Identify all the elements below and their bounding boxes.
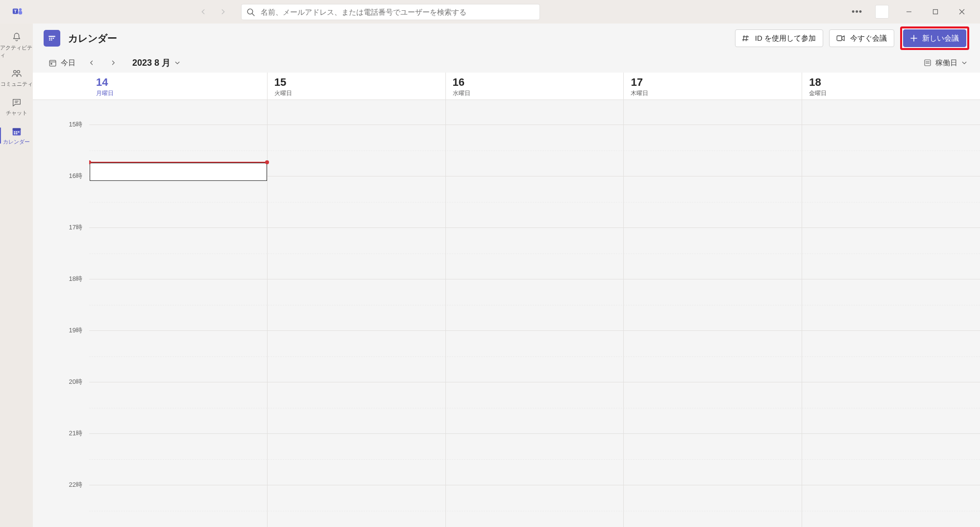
teams-logo-icon: T bbox=[12, 6, 24, 18]
svg-rect-3 bbox=[19, 11, 22, 14]
rail-activity[interactable]: アクティビティ bbox=[0, 28, 33, 62]
svg-rect-17 bbox=[16, 131, 17, 132]
next-week-button[interactable] bbox=[105, 55, 122, 71]
people-icon bbox=[11, 68, 23, 79]
days-body bbox=[89, 100, 980, 527]
toolbar-left: 今日 2023 8 月 bbox=[46, 55, 180, 71]
search-box[interactable] bbox=[241, 4, 540, 20]
time-label: 20時 bbox=[69, 377, 82, 386]
rail-calendar[interactable]: カレンダー bbox=[0, 123, 33, 149]
day-column[interactable] bbox=[802, 100, 980, 527]
svg-rect-27 bbox=[51, 40, 52, 41]
titlebar: T ••• bbox=[0, 0, 980, 24]
day-name: 金曜日 bbox=[809, 89, 973, 98]
svg-rect-16 bbox=[14, 131, 15, 132]
time-label: 16時 bbox=[69, 172, 82, 180]
svg-rect-34 bbox=[925, 60, 931, 66]
svg-rect-15 bbox=[12, 128, 21, 130]
new-meeting-button[interactable]: 新しい会議 bbox=[903, 29, 966, 47]
time-label: 22時 bbox=[69, 480, 82, 489]
day-header[interactable]: 16水曜日 bbox=[445, 73, 624, 100]
day-column[interactable] bbox=[623, 100, 802, 527]
day-number: 18 bbox=[809, 76, 973, 88]
search-area bbox=[241, 4, 540, 20]
time-col-spacer bbox=[33, 73, 89, 100]
view-mode-label: 稼働日 bbox=[935, 58, 957, 68]
svg-rect-19 bbox=[14, 133, 15, 134]
calendar-header: カレンダー ID を使用して参加 今すぐ会議 新しい会議 bbox=[33, 24, 980, 53]
search-input[interactable] bbox=[261, 8, 535, 16]
window-close-button[interactable] bbox=[951, 4, 973, 20]
day-number: 15 bbox=[274, 76, 439, 88]
day-header[interactable]: 18金曜日 bbox=[802, 73, 980, 100]
history-back-button[interactable] bbox=[195, 3, 212, 20]
day-header[interactable]: 15火曜日 bbox=[267, 73, 445, 100]
history-forward-button[interactable] bbox=[215, 3, 231, 20]
plus-icon bbox=[910, 35, 917, 42]
svg-point-10 bbox=[13, 71, 16, 74]
day-number: 14 bbox=[96, 76, 260, 88]
day-name: 月曜日 bbox=[96, 89, 260, 98]
chevron-down-icon bbox=[174, 60, 180, 66]
time-column: 15時16時17時18時19時20時21時22時 bbox=[33, 73, 89, 527]
prev-week-button[interactable] bbox=[83, 55, 100, 71]
svg-point-4 bbox=[247, 9, 253, 14]
day-column[interactable] bbox=[445, 100, 624, 527]
rail-communities[interactable]: コミュニティ bbox=[0, 65, 33, 91]
svg-point-2 bbox=[19, 8, 22, 11]
calendar-grid: 15時16時17時18時19時20時21時22時 14月曜日15火曜日16水曜日… bbox=[33, 73, 980, 527]
rail-chat[interactable]: チャット bbox=[0, 94, 33, 120]
svg-rect-33 bbox=[50, 63, 52, 64]
svg-line-5 bbox=[252, 13, 254, 15]
svg-rect-28 bbox=[837, 36, 842, 41]
grid-cols bbox=[89, 100, 980, 527]
join-with-id-button[interactable]: ID を使用して参加 bbox=[735, 29, 823, 47]
today-label: 今日 bbox=[61, 58, 75, 68]
window-minimize-button[interactable] bbox=[898, 4, 920, 20]
avatar[interactable] bbox=[875, 5, 889, 19]
svg-rect-25 bbox=[53, 38, 54, 39]
month-selector[interactable]: 2023 8 月 bbox=[132, 57, 180, 69]
join-with-id-label: ID を使用して参加 bbox=[755, 34, 816, 43]
chat-icon bbox=[11, 97, 23, 108]
today-button[interactable]: 今日 bbox=[46, 56, 78, 70]
main-area: カレンダー ID を使用して参加 今すぐ会議 新しい会議 bbox=[33, 24, 980, 527]
history-nav bbox=[30, 3, 231, 20]
days-column: 14月曜日15火曜日16水曜日17木曜日18金曜日 bbox=[89, 73, 980, 527]
day-column[interactable] bbox=[89, 100, 267, 527]
svg-rect-20 bbox=[16, 133, 17, 134]
current-time-indicator bbox=[89, 162, 267, 163]
time-label: 21時 bbox=[69, 429, 82, 438]
today-icon bbox=[49, 59, 57, 67]
video-icon bbox=[836, 34, 845, 42]
selected-time-slot[interactable] bbox=[90, 163, 267, 181]
svg-rect-23 bbox=[49, 38, 50, 39]
app-logo-area: T bbox=[5, 6, 30, 18]
svg-rect-7 bbox=[933, 10, 938, 14]
hash-icon bbox=[742, 34, 750, 42]
day-header[interactable]: 17木曜日 bbox=[623, 73, 802, 100]
more-icon[interactable]: ••• bbox=[848, 4, 866, 20]
svg-rect-31 bbox=[49, 60, 56, 66]
svg-rect-26 bbox=[49, 40, 50, 41]
calendar-toolbar: 今日 2023 8 月 稼働日 bbox=[33, 53, 980, 73]
day-name: 木曜日 bbox=[631, 89, 795, 98]
day-header[interactable]: 14月曜日 bbox=[89, 73, 267, 100]
meet-now-button[interactable]: 今すぐ会議 bbox=[829, 29, 894, 47]
list-icon bbox=[924, 59, 931, 67]
rail-label: コミュニティ bbox=[0, 80, 33, 88]
time-label: 18時 bbox=[69, 275, 82, 283]
time-label: 19時 bbox=[69, 326, 82, 335]
day-column[interactable] bbox=[267, 100, 445, 527]
meet-now-label: 今すぐ会議 bbox=[850, 34, 887, 43]
search-icon bbox=[246, 8, 255, 16]
calendar-title-icon bbox=[44, 30, 60, 47]
window-maximize-button[interactable] bbox=[924, 4, 947, 20]
new-meeting-highlight: 新しい会議 bbox=[900, 26, 969, 50]
svg-point-11 bbox=[17, 71, 19, 74]
view-mode-selector[interactable]: 稼働日 bbox=[924, 58, 967, 68]
chevron-down-icon bbox=[961, 60, 967, 66]
page-title: カレンダー bbox=[68, 32, 117, 45]
day-number: 17 bbox=[631, 76, 795, 88]
month-label: 2023 8 月 bbox=[132, 57, 171, 69]
